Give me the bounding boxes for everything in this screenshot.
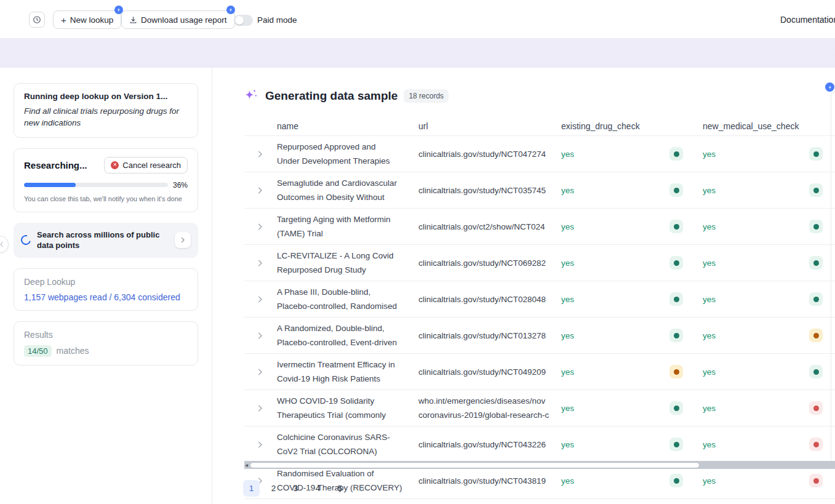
cell-new-medical-use-check: yes [703,398,835,418]
cancel-research-button[interactable]: ✕ Cancel research [104,157,188,174]
cell-existing-drug-check: yes [561,470,703,491]
cell-new-medical-use-check: yes [703,470,835,491]
history-button[interactable] [29,12,45,28]
row-expander[interactable] [244,182,277,199]
cell-url: clinicaltrials.gov/study/NCT069282 [418,252,561,274]
check-value: yes [703,367,716,377]
check-value: yes [561,440,574,449]
check-value: yes [561,476,574,486]
cell-name: A Randomized, Double-blind, Placebo-cont… [277,318,418,353]
table-row: Targeting Aging with Metformin (TAME) Tr… [244,209,835,245]
check-value: yes [561,367,574,377]
row-expander[interactable] [244,218,277,235]
cell-existing-drug-check: yes [561,398,703,418]
table-body: Repurposed Approved and Under Developmen… [244,136,835,499]
status-badge [809,438,823,451]
cell-url: clinicaltrials.gov/study/NCT047274 [418,143,561,165]
status-dot [813,188,819,193]
status-badge [669,438,683,451]
cell-new-medical-use-check: yes [703,289,835,310]
chevron-right-icon [255,295,265,304]
row-expander[interactable] [244,146,277,162]
table-row: A Randomized, Double-blind, Placebo-cont… [244,318,835,354]
header-gradient-band [0,38,835,68]
status-badge [669,365,683,378]
row-expander[interactable] [244,364,277,380]
table-row: Semaglutide and Cardiovascular Outcomes … [244,172,835,209]
status-badge [809,365,823,378]
horizontal-scrollbar-thumb[interactable] [250,462,700,468]
page-button-1[interactable]: 1 [243,480,260,497]
status-badge [669,329,683,342]
cell-existing-drug-check: yes [561,252,703,273]
chevron-right-icon [255,222,265,231]
chevron-right-icon [255,440,265,449]
page-button-3[interactable]: 3 [287,480,304,497]
row-expander[interactable] [244,436,277,453]
deep-lookup-card: Deep Lookup 1,157 webpages read / 6,304 … [14,268,198,311]
lookup-query-text: Find all clinical trials repurposing dru… [24,106,188,129]
researching-status: Researching... [24,160,87,170]
row-expander[interactable] [244,255,277,271]
chevron-right-icon [358,484,367,493]
horizontal-scrollbar[interactable]: ◂ [244,461,835,469]
page-button-5[interactable]: 5 [332,480,348,497]
cell-url: clinicaltrials.gov/study/NCT049209 [418,361,561,383]
pagination: 12345 [243,480,370,497]
status-badge [669,474,683,487]
webpages-read-link[interactable]: 1,157 webpages read / 6,304 considered [24,292,188,302]
check-value: yes [703,150,716,159]
search-public-data-banner[interactable]: Search across millions of public data po… [14,223,198,258]
status-badge [809,220,823,233]
page-button-2[interactable]: 2 [265,480,282,497]
row-expander[interactable] [244,400,277,417]
status-dot [813,151,819,157]
paid-mode-toggle[interactable] [234,15,253,26]
download-usage-report-label: Download usage report [141,15,227,25]
status-dot [813,333,819,338]
status-badge [669,256,683,270]
data-sample-table: name url existing_drug_check new_medical… [244,117,835,499]
check-value: yes [561,331,574,340]
bolt-badge-icon[interactable] [825,82,834,92]
plus-icon: + [61,15,66,25]
cell-url: clinicaltrials.gov/study/NCT028048 [418,289,561,310]
sidebar: Running deep lookup on Version 1... Find… [0,68,212,504]
check-value: yes [703,186,716,195]
scrollbar-left-arrow-icon[interactable]: ◂ [245,462,248,468]
check-value: yes [703,476,716,486]
check-value: yes [561,150,574,159]
status-dot [674,297,679,302]
check-value: yes [703,440,716,449]
table-row: Ivermectin Treatment Efficacy in Covid-1… [244,354,835,390]
chevron-right-icon [255,150,265,159]
status-dot [674,188,679,193]
row-expander[interactable] [244,291,277,308]
cell-new-medical-use-check: yes [703,361,835,382]
status-dot [813,224,819,230]
check-value: yes [561,404,574,413]
documentation-link[interactable]: Documentation [780,15,835,25]
table-row: WHO COVID-19 Solidarity Therapeutics Tri… [244,390,835,426]
cell-url: clinicaltrials.gov/study/NCT013278 [418,325,561,346]
cell-name: WHO COVID-19 Solidarity Therapeutics Tri… [277,390,418,426]
status-badge [809,329,823,342]
spinner-icon [19,233,33,247]
new-lookup-button[interactable]: + New lookup [53,10,121,29]
cell-name: Colchicine Coronavirus SARS- CoV2 Trial … [277,426,418,462]
download-usage-report-button[interactable]: Download usage report [121,10,235,29]
cell-url: clinicaltrials.gov/ct2/show/NCT024 [418,216,561,238]
cell-new-medical-use-check: yes [703,252,835,273]
check-value: yes [561,186,574,195]
page-button-4[interactable]: 4 [310,480,326,497]
chevron-right-icon[interactable] [175,232,191,248]
status-dot [674,151,679,157]
chevron-right-icon [255,186,265,195]
cell-name: Ivermectin Treatment Efficacy in Covid-1… [277,354,418,390]
status-badge [669,220,683,233]
row-expander[interactable] [244,327,277,344]
check-value: yes [703,222,716,231]
pagination-next-button[interactable] [354,480,370,497]
download-icon [129,16,137,24]
cell-existing-drug-check: yes [561,361,703,382]
